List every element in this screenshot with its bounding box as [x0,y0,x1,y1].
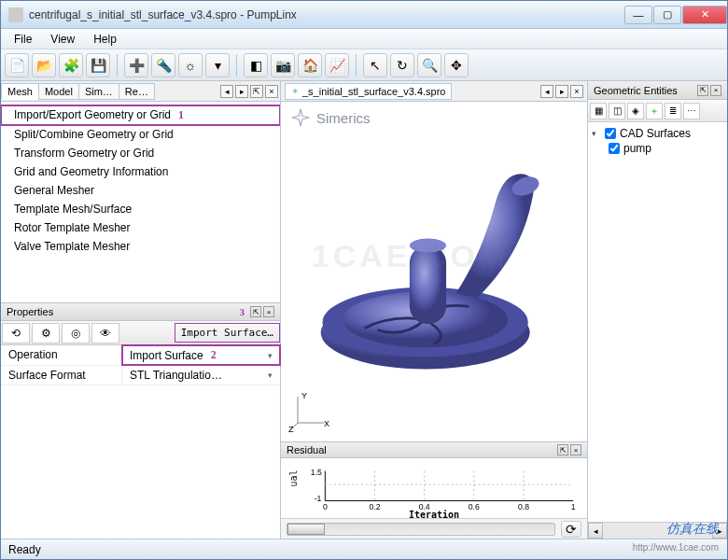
menu-view[interactable]: View [41,31,84,48]
scroll-left-icon[interactable]: ◂ [588,523,603,539]
module-icon[interactable]: 🧩 [59,53,83,77]
props-btn-3[interactable]: ◎ [62,323,90,343]
svg-text:-1: -1 [315,494,322,503]
doc-tab-active[interactable]: _s_initial_stl_surface_v3.4.spro [285,83,452,100]
light-icon[interactable]: 🔦 [151,53,175,77]
minimize-button[interactable]: — [624,6,652,24]
rotate-icon[interactable]: ↻ [390,53,414,77]
mesh-item-rotor-mesher[interactable]: Rotor Template Mesher [1,218,280,237]
tab-re[interactable]: Re… [119,83,155,100]
residual-title: Residual ⇱× [281,441,587,458]
svg-text:0.6: 0.6 [469,502,480,511]
tab-close-icon[interactable]: × [265,85,278,98]
tab-mesh[interactable]: Mesh [1,83,39,100]
maximize-button[interactable]: ▢ [653,6,681,24]
window-title: centrifugal_s_initial_stl_surface_v3.4.s… [29,8,623,21]
open-icon[interactable]: 📂 [32,53,56,77]
render-icon[interactable]: ◧ [244,53,268,77]
svg-text:1: 1 [571,502,576,511]
new-icon[interactable]: 📄 [5,53,29,77]
svg-rect-3 [410,245,446,324]
sun-icon[interactable]: ☼ [178,53,203,77]
pump-checkbox[interactable] [609,143,620,154]
collapse-icon[interactable]: ▾ [592,129,601,138]
mesh-item-valve-mesher[interactable]: Valve Template Mesher [1,237,280,256]
properties-title: Properties 3 ⇱ × [1,302,280,321]
select-icon[interactable]: ↖ [363,53,387,77]
mesh-item-general-mesher[interactable]: General Mesher [1,181,280,200]
titlebar: centrifugal_s_initial_stl_surface_v3.4.s… [1,1,727,29]
svg-text:X: X [324,419,329,428]
tab-model[interactable]: Model [38,83,79,100]
prop-row-operation: Operation Import Surface2▾ [1,345,280,366]
home-icon[interactable]: 🏠 [298,53,322,77]
props-btn-4[interactable]: 👁 [91,323,119,343]
svg-text:Y: Y [301,391,307,400]
zoom-icon[interactable]: 🔍 [417,53,441,77]
main-toolbar: 📄 📂 🧩 💾 ➕ 🔦 ☼ ▾ ◧ 📷 🏠 📈 ↖ ↻ 🔍 ✥ [1,49,727,81]
watermark-cn: 仿真在线 [666,521,719,538]
geo-btn-5[interactable]: ≣ [665,103,681,119]
snapshot-icon[interactable]: 📷 [271,53,295,77]
timeline-slider[interactable] [287,523,555,536]
geo-title: Geometric Entities ⇱× [588,81,727,100]
svg-text:Z: Z [288,425,294,432]
properties-grid: Operation Import Surface2▾ Surface Forma… [1,345,280,539]
doc-close-icon[interactable]: × [570,85,583,98]
geo-btn-6[interactable]: ⋯ [683,103,700,119]
geo-close-icon[interactable]: × [710,85,721,96]
axes-triad: Y X Z [288,389,331,434]
app-icon [8,7,23,22]
residual-close-icon[interactable]: × [570,444,581,455]
root-checkbox[interactable] [605,128,616,139]
geo-tree: ▾ CAD Surfaces pump [588,122,727,522]
geo-btn-1[interactable]: ▦ [590,103,607,119]
prop-val-surface-format[interactable]: STL Triangulatio…▾ [122,366,280,385]
mesh-item-import-export[interactable]: Import/Export Geometry or Grid1 [1,105,280,125]
props-btn-2[interactable]: ⚙ [32,323,60,343]
properties-toolbar: ⟲ ⚙ ◎ 👁 Import Surface… [1,321,280,345]
residual-pin-icon[interactable]: ⇱ [557,444,568,455]
svg-text:0.8: 0.8 [518,502,529,511]
svg-text:0: 0 [323,502,328,511]
svg-text:1.5: 1.5 [311,469,322,478]
mesh-item-transform[interactable]: Transform Geometry or Grid [1,144,280,162]
prop-val-operation[interactable]: Import Surface2▾ [122,345,280,365]
tab-next-icon[interactable]: ▸ [235,85,248,98]
menu-help[interactable]: Help [84,31,126,48]
tab-pin-icon[interactable]: ⇱ [250,85,263,98]
refresh-icon[interactable]: ⟳ [561,521,581,538]
tab-sim[interactable]: Sim… [78,83,119,100]
geo-btn-2[interactable]: ◫ [609,103,625,119]
mesh-item-info[interactable]: Grid and Geometry Information [1,162,280,181]
viewport-3d[interactable]: Simerics 1CAE.COM [281,102,587,441]
pump-model [303,141,565,402]
geo-btn-add[interactable]: ＋ [646,103,663,119]
residual-chart: ual 1.5 -1 00.20.40.60.81 Iteration [281,458,587,518]
left-tabs: Mesh Model Sim… Re… ◂ ▸ ⇱ × [1,81,280,102]
tree-root[interactable]: ▾ CAD Surfaces [592,126,723,141]
import-surface-tab[interactable]: Import Surface… [175,323,280,343]
doc-prev-icon[interactable]: ◂ [540,85,553,98]
slider-row: ⟳ [281,518,587,539]
props-pin-icon[interactable]: ⇱ [250,306,261,317]
close-button[interactable]: ✕ [682,6,727,24]
mesh-panel: Import/Export Geometry or Grid1 Split/Co… [1,102,280,302]
plot-icon[interactable]: 📈 [325,53,349,77]
geo-pin-icon[interactable]: ⇱ [697,85,708,96]
save-icon[interactable]: 💾 [86,53,110,77]
dropdown-icon[interactable]: ▾ [205,53,230,77]
mesh-item-split-combine[interactable]: Split/Combine Geometry or Grid [1,125,280,144]
menu-file[interactable]: File [5,31,41,48]
doc-next-icon[interactable]: ▸ [555,85,568,98]
pan-icon[interactable]: ✥ [444,53,469,77]
statusbar: Ready [1,539,727,559]
svg-text:0.2: 0.2 [369,502,380,511]
mesh-item-template-mesh[interactable]: Template Mesh/Surface [1,200,280,218]
props-close-icon[interactable]: × [263,306,274,317]
props-btn-1[interactable]: ⟲ [2,323,30,343]
tree-child-pump[interactable]: pump [592,141,723,156]
geo-btn-3[interactable]: ◈ [627,103,644,119]
tab-prev-icon[interactable]: ◂ [220,85,233,98]
axis-icon[interactable]: ➕ [124,53,148,77]
